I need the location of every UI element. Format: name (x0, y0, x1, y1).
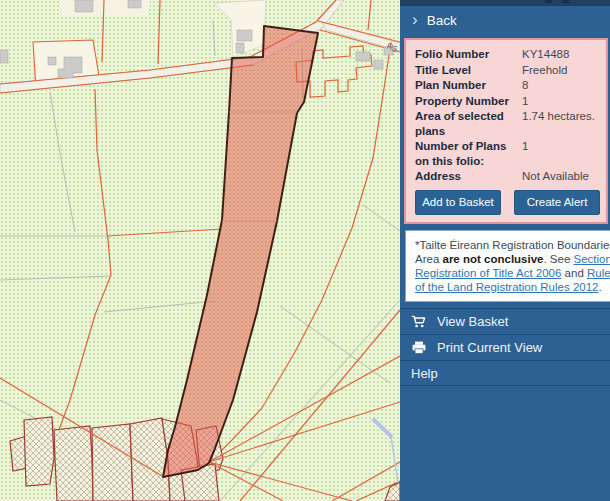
print-current-view-button[interactable]: Print Current View (400, 334, 610, 360)
back-button[interactable]: › Back (400, 6, 610, 34)
stream-line (374, 420, 398, 483)
folio-field-row: Number of Plans on this folio:1 (415, 139, 602, 168)
disclaimer-text: *Tailte Éireann Registration Boundaries … (415, 239, 610, 251)
map-viewport[interactable]: R5 (0, 0, 400, 501)
panel-filler (400, 386, 610, 501)
folio-field-value: 8 (522, 78, 528, 93)
disclaimer-link[interactable]: of the Land Registration Rules 2012 (415, 281, 598, 293)
disclaimer-line: Area are not conclusive. See Section 62(… (415, 252, 610, 266)
view-basket-button[interactable]: View Basket (400, 308, 610, 334)
disclaimer-bold-text: are not conclusive (443, 253, 544, 265)
disclaimer-line: *Tailte Éireann Registration Boundaries … (415, 238, 610, 252)
folio-actions: Add to Basket Create Alert (415, 190, 602, 215)
top-toolbar-strip (400, 0, 610, 6)
disclaimer-line: Registration of Title Act 2006 and Rule … (415, 266, 610, 280)
folio-field-label: Plan Number (415, 78, 522, 93)
folio-field-label: Folio Number (415, 47, 522, 62)
map-canvas: R5 (0, 0, 400, 501)
folio-field-value: 1.74 hectares. (522, 109, 595, 124)
folio-field-row: Area of selected plans1.74 hectares. (415, 109, 602, 138)
disclaimer-link[interactable]: Registration of Title Act 2006 (415, 267, 561, 279)
details-sidebar: › Back Folio NumberKY14488Title LevelFre… (400, 0, 610, 501)
folio-field-label: Address (415, 169, 522, 184)
folio-field-row: Property Number1 (415, 94, 602, 109)
disclaimer-link[interactable]: Section 62(2) (574, 253, 610, 265)
folio-field-value: KY14488 (522, 47, 569, 62)
folio-field-label: Area of selected plans (415, 109, 522, 138)
boundaries-disclaimer: *Tailte Éireann Registration Boundaries … (405, 230, 610, 303)
print-current-view-label: Print Current View (437, 340, 542, 355)
view-basket-label: View Basket (437, 314, 508, 329)
disclaimer-text: and (561, 267, 587, 279)
printer-icon (411, 341, 427, 355)
folio-field-label: Title Level (415, 63, 522, 78)
cart-icon (411, 315, 427, 329)
help-label: Help (411, 366, 438, 381)
land-registry-map-app: R5 › Back Folio NumberKY14488Title Level… (0, 0, 610, 501)
disclaimer-link[interactable]: Rule 8 (587, 267, 610, 279)
folio-field-value: Freehold (522, 63, 567, 78)
folio-info-box: Folio NumberKY14488Title LevelFreeholdPl… (404, 38, 608, 224)
disclaimer-text: Area (415, 253, 443, 265)
folio-field-label: Property Number (415, 94, 522, 109)
selected-parcel-highlight[interactable] (163, 26, 318, 477)
disclaimer-line: of the Land Registration Rules 2012. (415, 280, 610, 294)
folio-field-row: Title LevelFreehold (415, 63, 602, 78)
folio-field-value: 1 (522, 139, 528, 154)
toolbar-fragment (545, 0, 552, 3)
add-to-basket-button[interactable]: Add to Basket (415, 190, 501, 215)
folio-field-value: 1 (522, 94, 528, 109)
back-label: Back (427, 13, 457, 28)
folio-field-row: Folio NumberKY14488 (415, 47, 602, 62)
folio-field-row: AddressNot Available (415, 169, 602, 184)
help-button[interactable]: Help (400, 360, 610, 386)
folio-field-value: Not Available (522, 169, 589, 184)
disclaimer-text: . See (543, 253, 573, 265)
disclaimer-text: . (598, 281, 601, 293)
folio-fields: Folio NumberKY14488Title LevelFreeholdPl… (415, 47, 602, 184)
create-alert-button[interactable]: Create Alert (514, 190, 600, 215)
folio-field-row: Plan Number8 (415, 78, 602, 93)
toolbar-fragment (562, 0, 569, 3)
folio-field-label: Number of Plans on this folio: (415, 139, 522, 168)
chevron-right-icon: › (412, 11, 418, 28)
